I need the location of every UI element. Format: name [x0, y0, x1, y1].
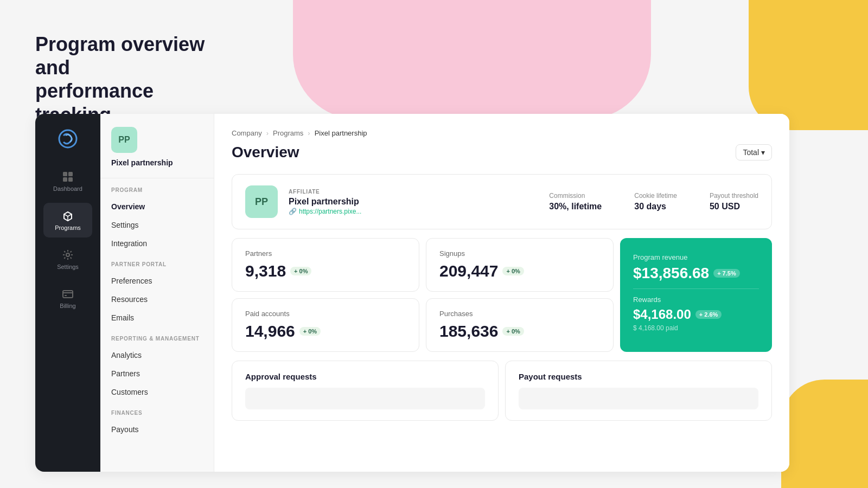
program-name: Pixel partnership [111, 158, 203, 167]
nav-resources[interactable]: Resources [100, 290, 214, 309]
sidebar-item-dashboard[interactable]: Dashboard [43, 164, 92, 198]
total-dropdown[interactable]: Total ▾ [736, 144, 772, 160]
section-label-reporting: REPORTING & MANAGEMENT [100, 327, 214, 346]
page-header: Program overview and performance trackin… [35, 33, 231, 126]
section-label-program: PROGRAM [100, 178, 214, 197]
nav-integration[interactable]: Integration [100, 234, 214, 253]
commission-stat: Commission 30%, lifetime [549, 192, 602, 211]
billing-label: Billing [60, 303, 75, 309]
partners-value-row: 9,318 + 0% [245, 262, 406, 280]
cookie-stat: Cookie lifetime 30 days [634, 192, 677, 211]
payout-card: Payout requests [505, 361, 772, 421]
signups-badge: + 0% [502, 267, 524, 275]
approval-card: Approval requests [232, 361, 499, 421]
app-logo [56, 127, 80, 151]
svg-rect-7 [63, 291, 73, 298]
sidebar-nav: Dashboard Programs Settings [35, 114, 100, 472]
nav-analytics[interactable]: Analytics [100, 346, 214, 364]
bg-yellow-shape [749, 0, 868, 130]
svg-point-6 [66, 253, 69, 256]
partners-card: Partners 9,318 + 0% [232, 238, 419, 292]
paid-accounts-value-row: 14,966 + 0% [245, 322, 406, 341]
affiliate-logo: PP [245, 185, 278, 218]
bg-pink-shape [293, 0, 651, 119]
program-avatar: PP [111, 127, 137, 153]
programs-icon [61, 209, 74, 222]
nav-payouts[interactable]: Payouts [100, 420, 214, 439]
affiliate-link[interactable]: 🔗 https://partners.pixe... [289, 208, 538, 215]
approval-placeholder [245, 388, 485, 409]
approval-title: Approval requests [245, 372, 485, 381]
revenue-top: Program revenue $13,856.68 + 7.5% [633, 249, 759, 286]
breadcrumb-company[interactable]: Company [232, 129, 262, 137]
chevron-down-icon: ▾ [761, 148, 765, 157]
page-title: Program overview and performance trackin… [35, 33, 231, 126]
purchases-badge: + 0% [502, 327, 524, 336]
svg-rect-3 [63, 177, 67, 182]
programs-label: Programs [55, 224, 81, 231]
sidebar-item-settings[interactable]: Settings [43, 242, 92, 277]
nav-customers[interactable]: Customers [100, 383, 214, 401]
section-label-finances: FINANCES [100, 401, 214, 420]
breadcrumb-programs[interactable]: Programs [273, 129, 303, 137]
bg-yellow-bottom-shape [781, 380, 868, 488]
sidebar-item-billing[interactable]: Billing [43, 281, 92, 316]
dashboard-icon [61, 170, 74, 183]
purchases-value-row: 185,636 + 0% [439, 322, 600, 341]
content-header: Overview Total ▾ [232, 144, 772, 161]
payout-stat: Payout threshold 50 USD [710, 192, 758, 211]
paid-accounts-card: Paid accounts 14,966 + 0% [232, 298, 419, 352]
revenue-badge: + 7.5% [713, 269, 740, 278]
nav-preferences[interactable]: Preferences [100, 272, 214, 290]
sidebar-item-programs[interactable]: Programs [43, 203, 92, 237]
partners-badge: + 0% [290, 267, 311, 275]
affiliate-stats: Commission 30%, lifetime Cookie lifetime… [549, 192, 758, 211]
affiliate-tag: AFFILIATE [289, 189, 538, 195]
billing-icon [61, 287, 74, 300]
rewards-sub: $ 4,168.00 paid [633, 324, 759, 332]
purchases-card: Purchases 185,636 + 0% [426, 298, 614, 352]
program-header: PP Pixel partnership [100, 127, 214, 178]
settings-label: Settings [57, 264, 79, 270]
settings-icon [61, 248, 74, 261]
affiliate-info: AFFILIATE Pixel partnership 🔗 https://pa… [289, 189, 538, 215]
svg-rect-4 [68, 177, 73, 182]
main-content: Company › Programs › Pixel partnership O… [214, 114, 789, 472]
rewards-value-row: $4,168.00 + 2.6% [633, 307, 759, 322]
svg-rect-1 [63, 172, 67, 176]
paid-accounts-badge: + 0% [299, 327, 321, 336]
bottom-grid: Approval requests Payout requests [232, 361, 772, 421]
nav-settings[interactable]: Settings [100, 216, 214, 234]
secondary-sidebar: PP Pixel partnership PROGRAM Overview Se… [100, 114, 214, 472]
breadcrumb-sep-1: › [266, 129, 269, 137]
rewards-section: Rewards $4,168.00 + 2.6% $ 4,168.00 paid [633, 291, 759, 336]
svg-point-0 [59, 130, 76, 147]
svg-rect-9 [65, 295, 67, 296]
stats-col-1: Partners 9,318 + 0% Paid accounts 14,966… [232, 238, 419, 352]
dashboard-label: Dashboard [53, 185, 82, 192]
revenue-value-row: $13,856.68 + 7.5% [633, 265, 759, 282]
nav-emails[interactable]: Emails [100, 309, 214, 327]
stats-col-2: Signups 209,447 + 0% Purchases 185,636 +… [426, 238, 614, 352]
affiliate-name: Pixel partnership [289, 197, 538, 207]
rewards-badge: + 2.6% [695, 310, 722, 319]
affiliate-card: PP AFFILIATE Pixel partnership 🔗 https:/… [232, 174, 772, 229]
app-container: Dashboard Programs Settings [35, 114, 789, 472]
revenue-divider [633, 288, 759, 289]
signups-card: Signups 209,447 + 0% [426, 238, 614, 292]
section-label-partner-portal: PARTNER PORTAL [100, 253, 214, 272]
payout-placeholder [519, 388, 758, 409]
nav-partners[interactable]: Partners [100, 364, 214, 383]
link-icon: 🔗 [289, 208, 297, 215]
breadcrumb-current: Pixel partnership [315, 129, 367, 137]
svg-rect-2 [68, 172, 73, 176]
overview-title: Overview [232, 144, 299, 161]
payout-title: Payout requests [519, 372, 758, 381]
revenue-card: Program revenue $13,856.68 + 7.5% Reward… [620, 238, 772, 352]
breadcrumb: Company › Programs › Pixel partnership [232, 129, 772, 137]
breadcrumb-sep-2: › [308, 129, 310, 137]
nav-overview[interactable]: Overview [100, 197, 214, 216]
stats-grid: Partners 9,318 + 0% Paid accounts 14,966… [232, 238, 772, 352]
signups-value-row: 209,447 + 0% [439, 262, 600, 280]
